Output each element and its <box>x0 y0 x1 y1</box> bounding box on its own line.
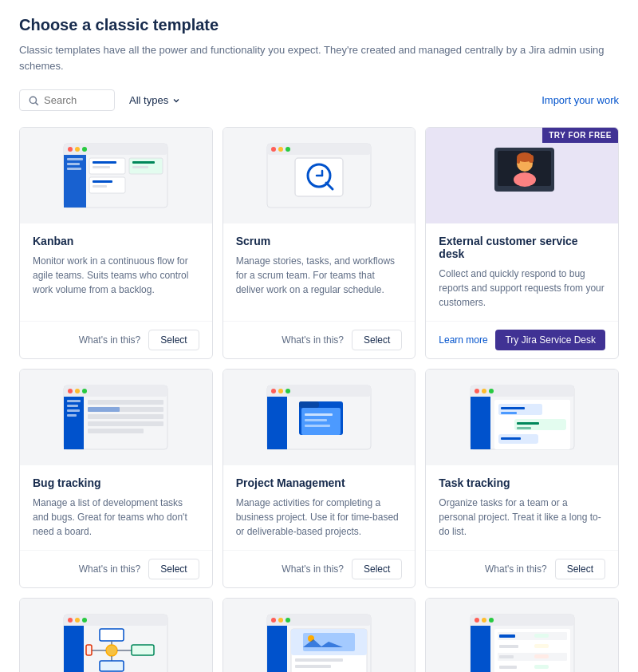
card-scrum-title: Scrum <box>236 235 403 247</box>
card-kanban-title: Kanban <box>33 235 199 247</box>
scrum-select-button[interactable]: Select <box>352 330 402 350</box>
search-input[interactable] <box>44 94 108 106</box>
card-pm-body: Project Management Manage activities for… <box>223 465 415 550</box>
card-scrum-footer: What's in this? Select <box>223 321 415 358</box>
kanban-illustration <box>56 136 175 215</box>
svg-rect-73 <box>501 407 525 409</box>
svg-point-112 <box>489 618 494 623</box>
svg-rect-48 <box>88 407 120 412</box>
svg-point-38 <box>68 389 73 393</box>
svg-rect-12 <box>93 161 116 164</box>
pm-whats-this[interactable]: What's in this? <box>282 563 344 575</box>
kanban-whats-this[interactable]: What's in this? <box>79 334 141 346</box>
svg-rect-107 <box>295 665 331 668</box>
import-work-link[interactable]: Import your work <box>542 94 619 106</box>
content-illustration <box>259 607 379 672</box>
svg-point-88 <box>106 645 117 656</box>
svg-point-110 <box>475 618 479 623</box>
svg-rect-34 <box>517 157 520 164</box>
learn-more-link[interactable]: Learn more <box>439 334 487 346</box>
pm-select-button[interactable]: Select <box>352 559 402 579</box>
search-box[interactable] <box>19 89 115 111</box>
svg-rect-46 <box>88 400 163 405</box>
svg-point-5 <box>75 147 80 152</box>
card-scrum-desc: Manage stories, tasks, and workflows for… <box>236 254 403 310</box>
card-content: Content management Manage the content li… <box>223 598 416 672</box>
svg-point-66 <box>475 389 479 393</box>
bug-whats-this[interactable]: What's in this? <box>79 563 141 575</box>
task-select-button[interactable]: Select <box>555 559 605 579</box>
svg-rect-125 <box>499 666 517 669</box>
card-pm-title: Project Management <box>236 476 403 489</box>
card-task-desc: Organize tasks for a team or a personal … <box>439 496 605 539</box>
svg-point-23 <box>278 147 283 152</box>
svg-rect-9 <box>67 163 80 165</box>
svg-point-111 <box>482 618 486 623</box>
svg-rect-63 <box>305 425 330 427</box>
external-illustration <box>463 136 582 215</box>
try-badge: TRY FOR FREE <box>542 128 618 143</box>
card-bug-desc: Manage a list of development tasks and b… <box>33 496 199 539</box>
card-scrum: Scrum Manage stories, tasks, and workflo… <box>223 127 416 359</box>
card-recruitment-image <box>426 599 618 672</box>
card-kanban: Kanban Monitor work in a continuous flow… <box>19 127 213 359</box>
svg-rect-8 <box>67 158 83 160</box>
kanban-select-button[interactable]: Select <box>148 330 199 350</box>
svg-point-84 <box>82 618 87 623</box>
card-bug-title: Bug tracking <box>33 476 199 489</box>
toolbar-left: All types <box>19 89 187 111</box>
toolbar: All types Import your work <box>19 89 619 111</box>
card-pm-desc: Manage activities for completing a busin… <box>236 496 403 539</box>
svg-rect-13 <box>93 166 110 168</box>
card-task-image <box>426 370 618 465</box>
svg-rect-62 <box>305 419 327 421</box>
scrum-illustration <box>259 136 379 215</box>
card-pm-footer: What's in this? Select <box>223 550 415 587</box>
filter-dropdown[interactable]: All types <box>123 90 187 110</box>
svg-rect-41 <box>64 397 84 449</box>
svg-rect-113 <box>471 626 490 672</box>
card-task-title: Task tracking <box>439 476 605 489</box>
page-title: Choose a classic template <box>19 16 619 34</box>
svg-rect-90 <box>100 661 124 671</box>
svg-rect-77 <box>517 427 531 429</box>
svg-rect-16 <box>93 185 107 188</box>
svg-point-68 <box>489 389 494 393</box>
svg-point-32 <box>514 172 536 187</box>
chevron-down-icon <box>171 96 181 105</box>
svg-rect-117 <box>534 634 549 638</box>
try-jira-button[interactable]: Try Jira Service Desk <box>495 330 605 350</box>
svg-rect-57 <box>267 397 287 449</box>
svg-point-97 <box>271 618 276 623</box>
pm-illustration <box>259 378 379 457</box>
bug-select-button[interactable]: Select <box>148 559 199 579</box>
svg-point-82 <box>68 618 73 623</box>
card-task-footer: What's in this? Select <box>426 550 618 587</box>
card-process: Process control Track activities and tas… <box>19 598 213 672</box>
card-task-body: Task tracking Organize tasks for a team … <box>426 465 618 550</box>
card-kanban-body: Kanban Monitor work in a continuous flow… <box>20 223 212 321</box>
svg-point-40 <box>82 389 87 393</box>
svg-rect-15 <box>93 180 112 183</box>
svg-point-54 <box>271 389 276 393</box>
svg-rect-85 <box>64 626 84 672</box>
card-kanban-desc: Monitor work in a continuous flow for ag… <box>33 254 199 310</box>
card-kanban-footer: What's in this? Select <box>20 321 212 358</box>
svg-rect-92 <box>132 645 154 655</box>
card-bug-body: Bug tracking Manage a list of developmen… <box>20 465 212 550</box>
card-scrum-image <box>223 128 415 223</box>
card-external: TRY FOR FREE External customer service d… <box>425 127 619 359</box>
svg-rect-119 <box>499 645 518 648</box>
svg-rect-59 <box>299 401 319 408</box>
card-bug-image <box>20 370 212 465</box>
scrum-whats-this[interactable]: What's in this? <box>282 334 344 346</box>
svg-rect-35 <box>529 155 534 163</box>
card-recruitment: Recruitment Monitor candidates from appl… <box>425 598 619 672</box>
card-external-image: TRY FOR FREE <box>426 128 618 223</box>
card-kanban-image <box>20 128 212 223</box>
svg-rect-94 <box>86 645 92 655</box>
svg-point-22 <box>271 147 276 152</box>
svg-rect-126 <box>534 665 549 669</box>
task-whats-this[interactable]: What's in this? <box>485 563 547 575</box>
page-subtitle: Classic templates have all the power and… <box>19 42 619 73</box>
